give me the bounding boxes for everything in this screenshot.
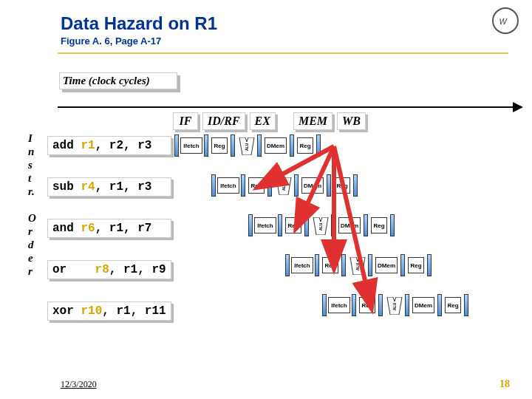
svg-text:W: W <box>499 17 508 26</box>
instruction-row: or r8, r1, r9 <box>47 260 171 279</box>
svg-text:ALU: ALU <box>318 222 323 231</box>
svg-text:ALU: ALU <box>392 302 397 310</box>
pipeline-register-bar <box>331 214 335 236</box>
pipeline-register-bar <box>390 214 395 236</box>
stage-dmem: DMem <box>265 137 287 154</box>
stage-alu: ALU <box>349 257 366 275</box>
instruction-column: add r1, r2, r3 sub r4, r1, r3 and r6, r1… <box>47 136 171 343</box>
instruction-row: and r6, r1, r7 <box>47 219 171 238</box>
stage-ifetch: Ifetch <box>291 257 313 273</box>
divider <box>58 52 508 54</box>
time-label: Time (clock cycles) <box>59 72 177 89</box>
pipeline-register-bar <box>400 254 405 276</box>
stage-dmem: DMem <box>412 297 434 313</box>
svg-text:ALU: ALU <box>245 143 249 151</box>
pipeline-register-bar <box>285 254 290 276</box>
instruction-row: add r1, r2, r3 <box>47 136 171 155</box>
pipeline-register-bar <box>174 134 179 157</box>
pipeline-register-bar <box>248 214 253 236</box>
stage-dmem: DMem <box>301 177 324 194</box>
stage-alu: ALU <box>312 217 330 235</box>
stage-ifetch: Ifetch <box>180 137 202 154</box>
stage-idrf: ID/RF <box>202 112 245 130</box>
pipeline-register-bar <box>322 294 327 316</box>
stage-ifetch: Ifetch <box>254 217 276 233</box>
pipeline-register-bar <box>231 134 235 157</box>
svg-text:ALU: ALU <box>282 183 286 191</box>
pipeline-register-bar <box>294 174 299 197</box>
instruction-row: sub r4, r1, r3 <box>47 177 171 197</box>
pipeline-register-bar <box>211 174 216 197</box>
stage-header-row: IF ID/RF EX MEM WB <box>173 112 370 130</box>
instruction-row: xor r10, r1, r11 <box>47 301 171 321</box>
pipeline-register-bar <box>327 174 331 197</box>
stage-mem: MEM <box>293 112 332 130</box>
pipeline-register-bar <box>315 254 319 276</box>
svg-marker-2 <box>513 102 523 112</box>
stage-ex: EX <box>250 112 276 130</box>
time-axis-arrow <box>58 102 523 112</box>
stage-reg: Reg <box>322 257 338 273</box>
pipeline-register-bar <box>464 294 468 316</box>
stage-alu: ALU <box>275 177 293 195</box>
vertical-axis-label: I n s t r. O r d e r <box>28 132 36 278</box>
stage-if: IF <box>173 112 198 130</box>
stage-reg: Reg <box>359 297 375 313</box>
stage-alu: ALU <box>386 297 403 315</box>
stage-reg: Reg <box>445 297 461 313</box>
stage-reg: Reg <box>285 217 301 233</box>
stage-reg: Reg <box>248 177 265 194</box>
stage-reg: Reg <box>334 177 350 194</box>
stage-reg: Reg <box>371 217 387 233</box>
stage-reg: Reg <box>297 137 313 154</box>
slide-subtitle: Figure A. 6, Page A-17 <box>61 35 532 47</box>
pipeline-register-bar <box>353 174 358 197</box>
pipeline-register-bar <box>267 174 272 197</box>
pipeline-register-bar <box>352 294 356 316</box>
slide-title: Data Hazard on R1 <box>61 13 532 34</box>
pipeline-register-bar <box>304 214 309 236</box>
pipeline-register-bar <box>316 134 321 157</box>
pipeline-register-bar <box>364 214 368 236</box>
slide-header: Data Hazard on R1 Figure A. 6, Page A-17 <box>0 0 532 47</box>
footer-date: 12/3/2020 <box>61 379 97 390</box>
pipeline-register-bar <box>427 254 432 276</box>
stage-reg: Reg <box>408 257 424 273</box>
pipeline-register-bar <box>204 134 208 157</box>
pipeline-register-bar <box>405 294 409 316</box>
pipeline-register-bar <box>241 174 245 197</box>
pipeline-register-bar <box>437 294 442 316</box>
stage-wb: WB <box>337 112 366 130</box>
stage-dmem: DMem <box>375 257 398 273</box>
stage-alu: ALU <box>238 137 256 155</box>
seal-icon: W <box>492 7 519 34</box>
stage-reg: Reg <box>211 137 228 154</box>
page-number: 18 <box>499 378 510 390</box>
pipeline-register-bar <box>341 254 346 276</box>
pipeline-register-bar <box>278 214 282 236</box>
pipeline-register-bar <box>368 254 372 276</box>
pipeline-register-bar <box>257 134 262 157</box>
stage-ifetch: Ifetch <box>328 297 350 313</box>
stage-ifetch: Ifetch <box>217 177 239 194</box>
svg-text:ALU: ALU <box>355 262 360 270</box>
pipeline-register-bar <box>290 134 294 157</box>
stage-dmem: DMem <box>338 217 361 233</box>
pipeline-register-bar <box>378 294 383 316</box>
